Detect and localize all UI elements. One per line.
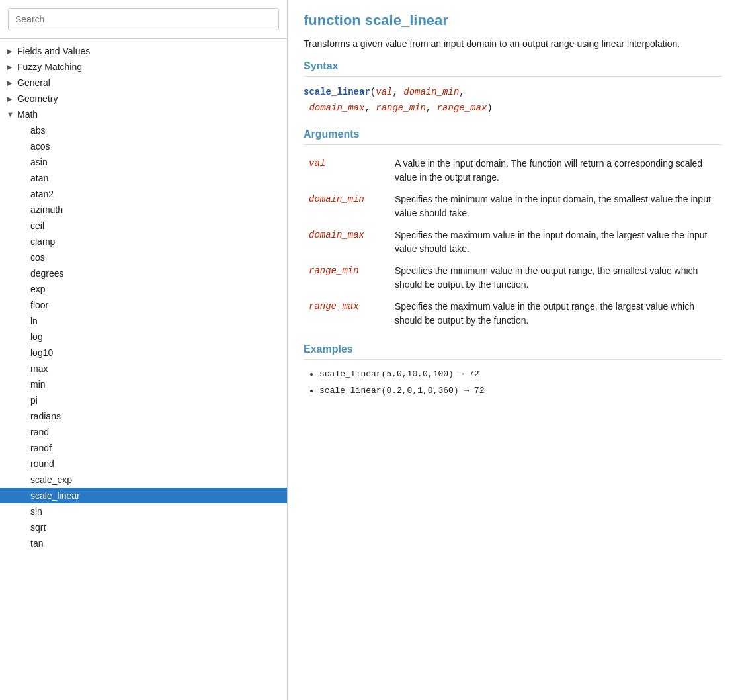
arg-name-val: val xyxy=(304,153,390,189)
item-label-pi: pi xyxy=(30,395,38,406)
arg-desc-val: A value in the input domain. The functio… xyxy=(390,153,722,189)
item-label-azimuth: azimuth xyxy=(30,204,63,215)
item-label-asin: asin xyxy=(30,157,48,167)
sidebar-item-azimuth[interactable]: azimuth xyxy=(0,202,287,218)
sidebar-item-exp[interactable]: exp xyxy=(0,281,287,297)
arg-desc-range-max: Specifies the maximum value in the outpu… xyxy=(390,296,722,331)
sidebar-item-label: General xyxy=(17,77,50,88)
item-label-exp: exp xyxy=(30,284,46,294)
arguments-header: Arguments xyxy=(304,128,722,145)
sidebar-item-atan[interactable]: atan xyxy=(0,170,287,186)
arguments-table: val A value in the input domain. The fun… xyxy=(304,153,722,331)
arg-name-range-max: range_max xyxy=(304,296,390,331)
arg-desc-domain-max: Specifies the maximum value in the input… xyxy=(390,224,722,260)
item-label-radians: radians xyxy=(30,411,61,421)
sidebar-item-asin[interactable]: asin xyxy=(0,154,287,170)
item-label-sqrt: sqrt xyxy=(30,522,46,533)
item-label-atan2: atan2 xyxy=(30,189,54,199)
app-container: ▶ Fields and Values ▶ Fuzzy Matching ▶ G… xyxy=(0,0,738,700)
left-panel: ▶ Fields and Values ▶ Fuzzy Matching ▶ G… xyxy=(0,0,288,700)
item-label-log10: log10 xyxy=(30,347,53,358)
sidebar-item-fields-and-values[interactable]: ▶ Fields and Values xyxy=(0,43,287,59)
arrow-icon-general: ▶ xyxy=(7,79,17,87)
sidebar-item-sqrt[interactable]: sqrt xyxy=(0,519,287,535)
arg-row-domain-max: domain_max Specifies the maximum value i… xyxy=(304,224,722,260)
arrow-icon-geometry: ▶ xyxy=(7,95,17,103)
syntax-header: Syntax xyxy=(304,60,722,77)
sidebar-item-math[interactable]: ▼ Math xyxy=(0,107,287,122)
arg-name-domain-max: domain_max xyxy=(304,224,390,260)
sidebar-item-round[interactable]: round xyxy=(0,456,287,472)
item-label-ln: ln xyxy=(30,316,38,326)
item-label-abs: abs xyxy=(30,125,46,136)
sidebar-item-tan[interactable]: tan xyxy=(0,535,287,551)
sidebar-item-ceil[interactable]: ceil xyxy=(0,218,287,234)
arg-name-domain-min: domain_min xyxy=(304,189,390,224)
sidebar-item-scale-linear[interactable]: scale_linear xyxy=(0,488,287,503)
item-label-min: min xyxy=(30,379,46,390)
item-label-acos: acos xyxy=(30,141,50,152)
tree-container: ▶ Fields and Values ▶ Fuzzy Matching ▶ G… xyxy=(0,39,287,700)
item-label-floor: floor xyxy=(30,300,48,310)
item-label-sin: sin xyxy=(30,506,42,517)
sidebar-item-pi[interactable]: pi xyxy=(0,392,287,408)
sidebar-item-acos[interactable]: acos xyxy=(0,138,287,154)
sidebar-item-min[interactable]: min xyxy=(0,376,287,392)
sidebar-item-rand[interactable]: rand xyxy=(0,424,287,440)
example-item-0: scale_linear(5,0,10,0,100) → 72 xyxy=(319,368,722,381)
sidebar-item-abs[interactable]: abs xyxy=(0,122,287,138)
example-item-1: scale_linear(0.2,0,1,0,360) → 72 xyxy=(319,384,722,398)
item-label-ceil: ceil xyxy=(30,220,44,231)
sidebar-item-degrees[interactable]: degrees xyxy=(0,265,287,281)
right-panel: function scale_linear Transforms a given… xyxy=(288,0,738,700)
arrow-icon-fields: ▶ xyxy=(7,47,17,56)
syntax-funcname: scale_linear xyxy=(304,87,370,97)
sidebar-item-radians[interactable]: radians xyxy=(0,408,287,424)
item-label-log: log xyxy=(30,331,43,342)
arg-row-val: val A value in the input domain. The fun… xyxy=(304,153,722,189)
syntax-param-domain-max: domain_max xyxy=(304,103,364,113)
arg-name-range-min: range_min xyxy=(304,260,390,296)
item-label-max: max xyxy=(30,363,48,374)
item-label-atan: atan xyxy=(30,173,48,183)
sidebar-item-sin[interactable]: sin xyxy=(0,503,287,519)
sidebar-item-label: Fuzzy Matching xyxy=(17,62,82,72)
item-label-randf: randf xyxy=(30,443,52,453)
function-title: function scale_linear xyxy=(304,12,722,29)
sidebar-item-max[interactable]: max xyxy=(0,361,287,376)
arrow-icon-fuzzy: ▶ xyxy=(7,63,17,71)
sidebar-item-log10[interactable]: log10 xyxy=(0,345,287,361)
sidebar-item-scale-exp[interactable]: scale_exp xyxy=(0,472,287,488)
item-label-cos: cos xyxy=(30,252,45,263)
sidebar-item-log[interactable]: log xyxy=(0,329,287,345)
sidebar-item-ln[interactable]: ln xyxy=(0,313,287,329)
sidebar-item-atan2[interactable]: atan2 xyxy=(0,186,287,202)
examples-list: scale_linear(5,0,10,0,100) → 72 scale_li… xyxy=(304,368,722,398)
item-label-scale-exp: scale_exp xyxy=(30,474,72,485)
sidebar-item-label: Fields and Values xyxy=(17,46,90,56)
item-label-degrees: degrees xyxy=(30,268,64,279)
sidebar-item-clamp[interactable]: clamp xyxy=(0,234,287,249)
function-description: Transforms a given value from an input d… xyxy=(304,37,722,51)
search-container xyxy=(0,0,287,39)
arrow-icon-math: ▼ xyxy=(7,110,17,118)
arg-row-range-max: range_max Specifies the maximum value in… xyxy=(304,296,722,331)
item-label-round: round xyxy=(30,459,54,469)
sidebar-item-label: Math xyxy=(17,109,38,120)
arg-desc-range-min: Specifies the minimum value in the outpu… xyxy=(390,260,722,296)
sidebar-item-general[interactable]: ▶ General xyxy=(0,75,287,91)
syntax-block: scale_linear(val, domain_min, domain_max… xyxy=(304,85,722,116)
arg-desc-domain-min: Specifies the minimum value in the input… xyxy=(390,189,722,224)
item-label-tan: tan xyxy=(30,538,43,548)
sidebar-item-fuzzy-matching[interactable]: ▶ Fuzzy Matching xyxy=(0,59,287,75)
examples-header: Examples xyxy=(304,343,722,360)
sidebar-item-randf[interactable]: randf xyxy=(0,440,287,456)
item-label-clamp: clamp xyxy=(30,236,55,247)
search-input[interactable] xyxy=(8,8,279,30)
arg-row-range-min: range_min Specifies the minimum value in… xyxy=(304,260,722,296)
sidebar-item-cos[interactable]: cos xyxy=(0,249,287,265)
sidebar-item-geometry[interactable]: ▶ Geometry xyxy=(0,91,287,107)
arg-row-domain-min: domain_min Specifies the minimum value i… xyxy=(304,189,722,224)
sidebar-item-floor[interactable]: floor xyxy=(0,297,287,313)
item-label-scale-linear: scale_linear xyxy=(30,490,80,501)
